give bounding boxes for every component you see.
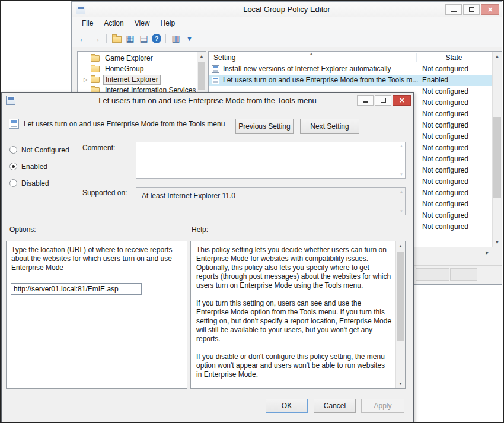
state-cell: Not configured <box>422 120 468 131</box>
tree-item-label: Game Explorer <box>103 54 155 63</box>
radio-enabled[interactable]: Enabled <box>9 161 47 171</box>
radio-label: Disabled <box>21 179 49 187</box>
gpe-caption-buttons <box>445 4 499 15</box>
help-scrollbar[interactable] <box>395 241 405 388</box>
dialog-maximize-button[interactable] <box>375 95 391 106</box>
menu-action[interactable]: Action <box>98 17 129 30</box>
state-cell: Not configured <box>422 63 468 75</box>
gpe-minimize-button[interactable] <box>445 4 462 15</box>
state-cell: Not configured <box>422 131 468 142</box>
scroll-right-icon[interactable] <box>483 247 492 257</box>
tree-item-homegroup[interactable]: HomeGroup <box>78 63 197 74</box>
state-cell: Not configured <box>422 97 468 109</box>
expander-icon[interactable] <box>84 77 91 82</box>
gpe-list-header: Setting State <box>209 52 492 63</box>
state-cell: Not configured <box>422 221 468 233</box>
state-cell: Not configured <box>422 142 468 154</box>
scroll-up-icon <box>400 190 403 193</box>
options-description: Type the location (URL) of where to rece… <box>11 246 183 272</box>
scrollbar-thumb[interactable] <box>397 252 404 341</box>
filter-icon[interactable]: ▼ <box>184 33 195 44</box>
state-cell: Not configured <box>422 109 468 120</box>
help-label: Help: <box>192 225 208 234</box>
help-icon[interactable]: ? <box>152 34 161 43</box>
gpe-maximize-button[interactable] <box>463 4 480 15</box>
folder-icon <box>91 55 100 62</box>
list-row[interactable]: Install new versions of Internet Explore… <box>209 63 492 75</box>
gpe-close-button[interactable] <box>481 4 499 15</box>
scroll-down-icon[interactable] <box>493 238 502 247</box>
setting-cell: Let users turn on and use Enterprise Mod… <box>223 75 418 86</box>
scroll-down-icon <box>400 209 403 213</box>
statusbar-segment <box>450 268 477 281</box>
dialog-title: Let users turn on and use Enterprise Mod… <box>2 93 413 109</box>
state-cell: Not configured <box>422 187 468 199</box>
gpe-titlebar[interactable]: Local Group Policy Editor <box>72 2 502 17</box>
state-cell: Not configured <box>422 154 468 165</box>
forward-icon[interactable]: → <box>91 33 102 44</box>
close-icon <box>487 4 492 15</box>
dialog-caption-buttons <box>357 95 411 106</box>
console-tree-icon[interactable]: ▦ <box>125 33 136 44</box>
report-url-input[interactable] <box>11 283 142 295</box>
state-cell: Not configured <box>422 86 468 97</box>
column-header-state[interactable]: State <box>416 52 492 63</box>
supported-on-value: At least Internet Explorer 11.0 <box>142 192 235 200</box>
tree-item-game-explorer[interactable]: Game Explorer <box>78 53 197 63</box>
scroll-up-icon[interactable] <box>396 241 405 250</box>
gpe-list-vscrollbar[interactable] <box>492 52 502 247</box>
menu-help[interactable]: Help <box>155 17 181 30</box>
back-icon[interactable]: ← <box>77 33 88 44</box>
up-folder-icon[interactable] <box>111 33 122 44</box>
apply-button[interactable]: Apply <box>361 399 404 413</box>
previous-setting-button[interactable]: Previous Setting <box>235 119 294 134</box>
folder-icon <box>91 77 100 83</box>
radio-not-configured[interactable]: Not Configured <box>9 145 69 155</box>
radio-disabled[interactable]: Disabled <box>9 178 49 188</box>
menu-file[interactable]: File <box>76 17 98 30</box>
comment-textarea[interactable] <box>136 142 406 179</box>
standard-view-icon[interactable]: ▥ <box>170 33 181 44</box>
tree-item-label: Internet Explorer <box>103 75 161 85</box>
gpe-menu: FileActionViewHelp <box>72 17 502 30</box>
scroll-up-icon[interactable] <box>493 52 502 61</box>
policy-setting-icon <box>212 77 219 84</box>
menu-view[interactable]: View <box>129 17 155 30</box>
next-setting-button[interactable]: Next Setting <box>300 119 359 134</box>
minimize-icon <box>451 11 457 12</box>
scroll-down-icon[interactable] <box>396 379 405 388</box>
state-cell: Not configured <box>422 176 468 187</box>
radio-label: Enabled <box>21 163 47 171</box>
export-list-icon[interactable]: ▤ <box>138 33 149 44</box>
statusbar-segment <box>416 268 449 281</box>
ok-button[interactable]: OK <box>266 399 308 413</box>
state-cell: Not configured <box>422 165 468 176</box>
radio-circle <box>9 146 17 154</box>
folder-icon <box>91 66 100 72</box>
help-panel: This policy setting lets you decide whet… <box>190 241 406 389</box>
policy-setting-icon <box>212 65 219 73</box>
scrollbar-thumb[interactable] <box>493 117 501 198</box>
options-label: Options: <box>9 225 36 234</box>
radio-circle <box>9 179 17 187</box>
supported-on-label: Supported on: <box>82 189 127 197</box>
tree-item-internet-explorer[interactable]: Internet Explorer <box>78 74 197 85</box>
supported-on-box: At least Internet Explorer 11.0 <box>136 187 406 215</box>
comment-label: Comment: <box>82 144 115 152</box>
toolbar-separator <box>165 34 166 43</box>
screenshot-canvas: Local Group Policy Editor FileActionView… <box>0 0 504 423</box>
state-cell: Enabled <box>422 75 448 86</box>
cancel-button[interactable]: Cancel <box>314 399 356 413</box>
dialog-close-button[interactable] <box>393 95 411 106</box>
dialog-titlebar[interactable]: Let users turn on and use Enterprise Mod… <box>2 93 413 109</box>
scroll-up-icon[interactable] <box>197 52 206 61</box>
list-row[interactable]: Let users turn on and use Enterprise Mod… <box>209 75 492 86</box>
scrollbar-thumb[interactable] <box>198 62 205 90</box>
gpe-toolbar: ←→▦▤?▥▼ <box>72 30 502 47</box>
toolbar-separator <box>106 34 107 43</box>
column-header-setting[interactable]: Setting <box>213 52 235 63</box>
maximize-icon <box>469 7 474 12</box>
dialog-minimize-button[interactable] <box>357 95 374 106</box>
setting-cell: Install new versions of Internet Explore… <box>223 63 391 75</box>
state-cell: Not configured <box>422 210 468 221</box>
